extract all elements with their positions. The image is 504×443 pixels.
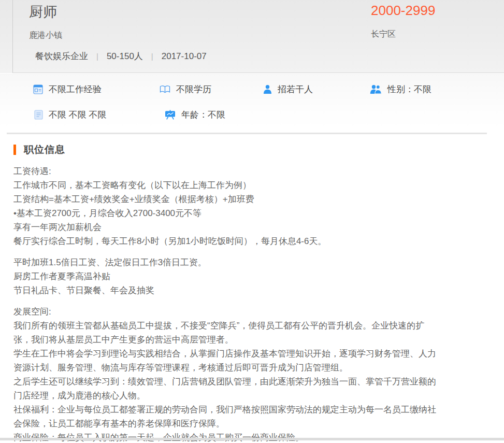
description-line: 餐厅实行综合工时制，每天工作8小时（另加1小时吃饭时间），每月休息4-6天。 <box>13 234 495 248</box>
company-name: 鹿港小镇 <box>29 30 62 41</box>
person-icon <box>263 84 272 94</box>
bottom-divider <box>0 438 504 440</box>
company-type: 餐饮娱乐企业 <box>35 51 88 61</box>
description-line: •基本工资2700元，月综合收入2700-3400元不等 <box>13 206 495 220</box>
meta-separator: | <box>88 52 107 61</box>
description-line: 发展空间: <box>13 305 495 319</box>
description-line: 节日礼品卡、节日聚餐、年会及抽奖 <box>13 283 495 297</box>
summary-item-age: 年龄：不限 <box>165 109 225 121</box>
section-title: 职位信息 <box>24 143 65 156</box>
description-blank-line <box>13 297 495 305</box>
book-icon <box>160 85 170 94</box>
summary-item-gender: 性别：不限 <box>370 83 431 95</box>
section-accent-bar <box>13 145 16 155</box>
description-line: 会保险，让员工都能享有基本的养老保障和医疗保障。 <box>13 417 495 431</box>
job-summary-grid: 不限工作经验 不限学历 招若干人 性别：不限 <box>0 74 504 133</box>
document-icon <box>34 110 43 120</box>
company-meta-row: 餐饮娱乐企业|50-150人|2017-10-07 <box>35 50 207 62</box>
description-line: 学生在工作中将会学习到理论与实践相结合，从掌握门店操作及基本管理知识开始，逐项学… <box>13 347 495 361</box>
description-line: 工资待遇: <box>13 164 495 178</box>
company-size: 50-150人 <box>107 51 143 61</box>
description-line: 商业保险：每位员工入职的第一天起，企业就会为员工购买一份商业保险。 <box>13 431 495 443</box>
summary-item-education: 不限学历 <box>160 83 211 95</box>
job-description: 工资待遇: 工作城市不同，基本工资略有变化（以下以在上海工作为例） 工资结构=基… <box>13 164 495 443</box>
summary-item-headcount: 招若干人 <box>263 83 313 95</box>
description-line: 门店经理，成为鹿港的核心人物。 <box>13 389 495 403</box>
summary-label: 不限 不限 不限 <box>49 109 106 121</box>
summary-label: 招若干人 <box>278 83 313 95</box>
summary-item-other: 不限 不限 不限 <box>34 109 106 121</box>
description-line: 社保福利：企业与每位员工都签署正规的劳动合同，我们严格按照国家劳动法的规定主动为… <box>13 403 495 417</box>
description-line: 平时加班1.5倍日工资、法定假日工作3倍日工资。 <box>13 255 495 269</box>
summary-item-experience: 不限工作经验 <box>33 83 102 95</box>
meta-separator: | <box>143 52 162 61</box>
page-title: 厨师 <box>29 3 57 21</box>
description-line: 工作城市不同，基本工资略有变化（以下以在上海工作为例） <box>13 178 495 192</box>
description-line: 工资结构=基本工资+绩效奖金+业绩奖金（根据考核）+加班费 <box>13 192 495 206</box>
description-line: 厨房工作者夏季高温补贴 <box>13 269 495 283</box>
description-line: 之后学生还可以继续学习到：绩效管理、门店营销及团队管理，由此逐渐荣升为独当一面、… <box>13 375 495 389</box>
people-icon <box>370 84 382 94</box>
publish-date: 2017-10-07 <box>162 51 207 61</box>
chart-board-icon <box>165 110 176 120</box>
summary-label: 年龄：不限 <box>181 109 225 121</box>
description-line: 资源计划、服务管理、物流与库存等管理课程，考核通过后即可晋升成为门店管理组。 <box>13 361 495 375</box>
job-header-banner: 厨师 2000-2999 鹿港小镇 长宁区 餐饮娱乐企业|50-150人|201… <box>0 0 504 73</box>
resume-icon <box>33 84 43 94</box>
job-info-header: 职位信息 <box>13 143 65 156</box>
description-line: 享有一年两次加薪机会 <box>13 220 495 234</box>
section-divider <box>7 133 487 134</box>
description-line: 张，我们将从基层员工中产生更多的营运中高层管理者。 <box>13 333 495 347</box>
district-label: 长宁区 <box>371 29 396 40</box>
salary-range: 2000-2999 <box>371 3 435 19</box>
summary-label: 不限学历 <box>176 83 211 95</box>
summary-label: 不限工作经验 <box>49 83 102 95</box>
description-line: 我们所有的领班主管都从基础员工中提拔，不接受“空降兵”，使得员工都有公平的晋升机… <box>13 319 495 333</box>
description-blank-line <box>13 248 495 255</box>
summary-label: 性别：不限 <box>387 83 431 95</box>
